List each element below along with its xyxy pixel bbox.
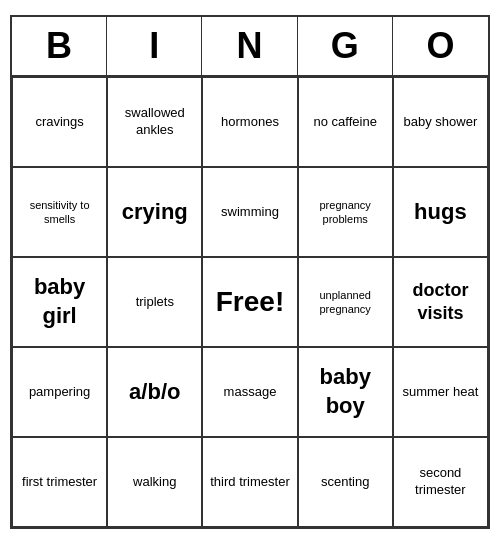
cell-text: baby boy [305,363,386,420]
bingo-cell: hugs [393,167,488,257]
cell-text: no caffeine [314,114,377,131]
cell-text: hugs [414,198,467,227]
cell-text: summer heat [402,384,478,401]
cell-text: crying [122,198,188,227]
bingo-cell: hormones [202,77,297,167]
bingo-cell: crying [107,167,202,257]
cell-text: sensitivity to smells [19,198,100,227]
header-letter: G [298,17,393,75]
cell-text: massage [224,384,277,401]
bingo-cell: walking [107,437,202,527]
cell-text: baby girl [19,273,100,330]
bingo-cell: a/b/o [107,347,202,437]
bingo-cell: doctor visits [393,257,488,347]
bingo-cell: swallowed ankles [107,77,202,167]
cell-text: second trimester [400,465,481,499]
cell-text: Free! [216,284,284,320]
bingo-cell: massage [202,347,297,437]
cell-text: a/b/o [129,378,180,407]
cell-text: pregnancy problems [305,198,386,227]
bingo-cell: first trimester [12,437,107,527]
bingo-cell: pampering [12,347,107,437]
bingo-cell: triplets [107,257,202,347]
bingo-cell: swimming [202,167,297,257]
bingo-cell: unplanned pregnancy [298,257,393,347]
bingo-cell: scenting [298,437,393,527]
cell-text: baby shower [404,114,478,131]
header-letter: I [107,17,202,75]
bingo-cell: no caffeine [298,77,393,167]
header-letter: O [393,17,488,75]
cell-text: triplets [136,294,174,311]
bingo-header: BINGO [12,17,488,77]
cell-text: swallowed ankles [114,105,195,139]
cell-text: doctor visits [400,279,481,326]
bingo-card: BINGO cravingsswallowed ankleshormonesno… [10,15,490,529]
bingo-cell: baby boy [298,347,393,437]
cell-text: unplanned pregnancy [305,288,386,317]
bingo-cell: summer heat [393,347,488,437]
bingo-cell: baby girl [12,257,107,347]
bingo-cell: sensitivity to smells [12,167,107,257]
header-letter: N [202,17,297,75]
bingo-cell: cravings [12,77,107,167]
cell-text: third trimester [210,474,289,491]
cell-text: cravings [35,114,83,131]
cell-text: pampering [29,384,90,401]
bingo-cell: pregnancy problems [298,167,393,257]
bingo-cell: second trimester [393,437,488,527]
cell-text: walking [133,474,176,491]
header-letter: B [12,17,107,75]
cell-text: hormones [221,114,279,131]
bingo-cell: third trimester [202,437,297,527]
cell-text: swimming [221,204,279,221]
bingo-cell: baby shower [393,77,488,167]
cell-text: scenting [321,474,369,491]
cell-text: first trimester [22,474,97,491]
bingo-cell: Free! [202,257,297,347]
bingo-grid: cravingsswallowed ankleshormonesno caffe… [12,77,488,527]
